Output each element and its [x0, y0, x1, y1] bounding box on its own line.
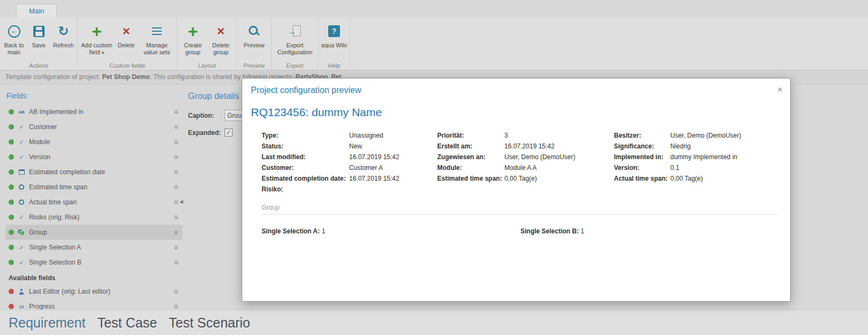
section-divider	[262, 214, 778, 215]
detail-label: Last modified:	[262, 153, 349, 161]
detail-value: User, Demo (DemoUser)	[670, 132, 741, 139]
group-fields: Single Selection A: 1 Single Selection B…	[262, 227, 790, 235]
detail-label: Erstellt am:	[437, 142, 504, 150]
detail-value: 16.07.2019 15:42	[349, 153, 399, 161]
detail-label: Implemented in:	[614, 153, 670, 161]
detail-value: Unassigned	[349, 132, 383, 139]
detail-value: 16.07.2019 15:42	[504, 142, 554, 150]
group-section-title: Group	[262, 204, 778, 211]
detail-label: Besitzer:	[614, 132, 670, 139]
detail-label: Module:	[437, 164, 504, 172]
detail-value: 16.07.2019 15:42	[349, 175, 399, 182]
detail-label: Status:	[262, 142, 349, 150]
detail-label: Single Selection B:	[520, 227, 581, 235]
detail-value: 1	[322, 227, 326, 235]
detail-value: User, Demo (DemoUser)	[504, 153, 575, 161]
detail-label: Estimated completion date:	[262, 175, 349, 182]
detail-label: Zugewiesen an:	[437, 153, 504, 161]
group-section: Group	[262, 204, 778, 215]
detail-value: dummy Implemented in	[670, 153, 737, 161]
detail-label: Version:	[614, 164, 670, 172]
requirement-title: RQ123456: dummy Name	[251, 106, 790, 119]
detail-label: Single Selection A:	[262, 227, 322, 235]
detail-value: New	[349, 142, 362, 150]
detail-value: 3	[504, 132, 508, 139]
detail-label: Estimated time span:	[437, 175, 504, 182]
detail-label: Type:	[262, 132, 349, 139]
detail-value: Module A A	[504, 164, 537, 172]
detail-value: Customer A	[349, 164, 383, 172]
detail-label: Actual time span:	[614, 175, 670, 182]
close-icon[interactable]: ×	[778, 85, 783, 94]
detail-value: 1	[581, 227, 584, 235]
detail-value: Niedrig	[670, 142, 691, 150]
detail-value: 0.1	[670, 164, 679, 172]
modal-title: Project configuration preview	[251, 85, 361, 95]
detail-label: Priorität:	[437, 132, 504, 139]
detail-value: 0,00 Tag(e)	[670, 175, 703, 182]
detail-label: Customer:	[262, 164, 349, 172]
detail-label: Risiko:	[262, 186, 349, 193]
detail-label: Significance:	[614, 142, 670, 150]
detail-value: 0,00 Tag(e)	[504, 175, 537, 182]
detail-grid: Type:Unassigned Status:New Last modified…	[262, 132, 790, 196]
project-configuration-preview-dialog: Project configuration preview × RQ123456…	[242, 78, 791, 302]
